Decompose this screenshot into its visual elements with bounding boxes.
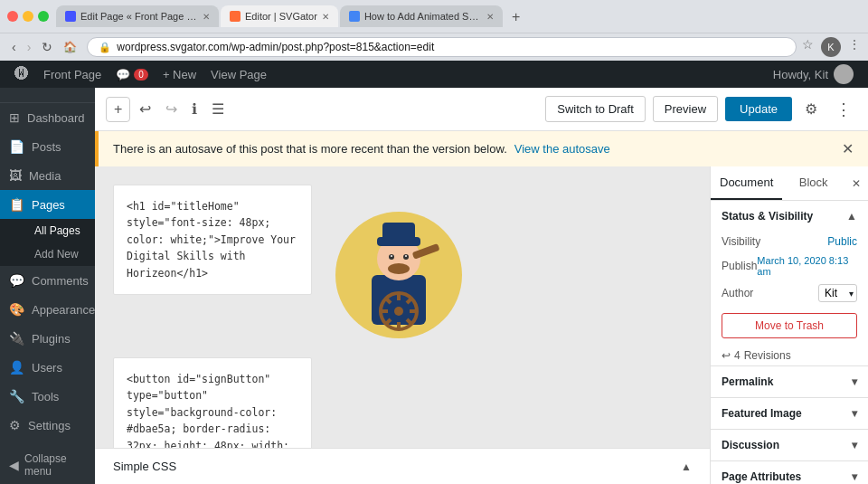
author-select[interactable]: Kit [818, 284, 857, 302]
author-row: Author Kit ▾ [711, 280, 868, 306]
appearance-icon: 🎨 [9, 302, 24, 317]
toolbar-view-page[interactable]: View Page [203, 61, 274, 88]
new-tab-button[interactable]: + [505, 7, 527, 27]
status-visibility-section: Status & Visibility ▲ Visibility Public … [711, 201, 868, 366]
tab2-label: Editor | SVGator [245, 11, 317, 22]
sidebar-item-appearance[interactable]: 🎨 Appearance [0, 295, 95, 324]
browser-chrome: Edit Page « Front Page — WordPr... ✕ Edi… [0, 0, 868, 33]
discussion-header[interactable]: Discussion ▾ [711, 430, 868, 460]
alert-bar: There is an autosave of this post that i… [95, 131, 868, 166]
browser-tab-3[interactable]: How to Add Animated SVG to W... ✕ [340, 5, 503, 27]
back-button[interactable]: ‹ [7, 38, 21, 56]
browser-dots [7, 11, 49, 22]
star-icon[interactable]: ☆ [802, 37, 814, 57]
tab-block[interactable]: Block [782, 166, 844, 200]
author-select-wrapper[interactable]: Kit ▾ [818, 284, 857, 302]
collapse-menu[interactable]: ◀ Collapse menu [0, 445, 95, 484]
publish-value[interactable]: March 10, 2020 8:13 am [757, 255, 857, 277]
wp-logo-item[interactable]: 🅦 [7, 61, 36, 88]
code-block-1-content: <h1 id="titleHome" style="font-size: 48p… [127, 200, 296, 280]
switch-to-draft-button[interactable]: Switch to Draft [545, 96, 646, 122]
permalink-header[interactable]: Permalink ▾ [711, 366, 868, 397]
sidebar-item-media[interactable]: 🖼 Media [0, 161, 95, 190]
undo-button[interactable]: ↩ [134, 97, 156, 121]
sidebar-add-new[interactable]: Add New [0, 242, 95, 266]
toolbar-new[interactable]: + New [156, 61, 203, 88]
alert-close-button[interactable]: ✕ [842, 140, 854, 157]
tab3-label: How to Add Animated SVG to W... [364, 11, 482, 22]
move-to-trash-button[interactable]: Move to Trash [722, 313, 857, 338]
tab-document[interactable]: Document [711, 166, 782, 200]
visibility-value[interactable]: Public [827, 235, 857, 248]
lock-icon: 🔒 [99, 42, 111, 53]
panel-close-button[interactable]: ✕ [844, 166, 868, 200]
browser-tabs: Edit Page « Front Page — WordPr... ✕ Edi… [56, 5, 861, 27]
sidebar-item-dashboard[interactable]: ⊞ Dashboard [0, 103, 95, 132]
plugins-label: Plugins [32, 332, 71, 346]
code-block-1[interactable]: <h1 id="titleHome" style="font-size: 48p… [113, 185, 312, 295]
discussion-section: Discussion ▾ [711, 430, 868, 461]
posts-label: Posts [32, 140, 61, 154]
tab-block-label: Block [799, 176, 828, 189]
simple-css-chevron: ▲ [681, 460, 692, 473]
settings-gear-button[interactable]: ⚙ [799, 97, 823, 121]
info-button[interactable]: ℹ [186, 97, 203, 121]
menu-icon[interactable]: ⋮ [848, 37, 861, 57]
toolbar-comments[interactable]: 💬 0 [108, 61, 156, 88]
editor-toolbar-left: + ↩ ↪ ℹ ☰ [106, 97, 230, 122]
sidebar-item-users[interactable]: 👤 Users [0, 353, 95, 382]
avatar-icon[interactable]: K [821, 37, 841, 57]
comments-icon: 💬 [116, 68, 130, 81]
update-button[interactable]: Update [725, 97, 792, 121]
revisions-row[interactable]: ↩ 4 Revisions [711, 346, 868, 365]
simple-css-section[interactable]: Simple CSS ▲ [95, 448, 710, 484]
media-label: Media [29, 169, 61, 183]
alert-link[interactable]: View the autosave [514, 142, 610, 156]
sidebar-item-settings[interactable]: ⚙ Settings [0, 411, 95, 440]
appearance-label: Appearance [32, 303, 95, 317]
sidebar-all-pages[interactable]: All Pages [0, 219, 95, 242]
sidebar-item-pages[interactable]: 📋 Pages [0, 190, 95, 219]
wp-logo-icon: 🅦 [14, 66, 29, 82]
list-view-button[interactable]: ☰ [206, 97, 230, 121]
reload-button[interactable]: ↻ [37, 38, 57, 56]
status-visibility-header[interactable]: Status & Visibility ▲ [711, 201, 868, 232]
featured-image-header[interactable]: Featured Image ▾ [711, 398, 868, 429]
wp-main-layout: ⊞ Dashboard 📄 Posts 🖼 Media 📋 Pages All … [0, 88, 868, 484]
sidebar-item-comments[interactable]: 💬 Comments [0, 266, 95, 295]
sidebar-item-plugins[interactable]: 🔌 Plugins [0, 324, 95, 353]
pages-label: Pages [32, 198, 65, 212]
page-attributes-section: Page Attributes ▾ [711, 461, 868, 484]
page-attributes-header[interactable]: Page Attributes ▾ [711, 461, 868, 484]
content-row: <h1 id="titleHome" style="font-size: 48p… [113, 185, 471, 343]
sidebar-item-posts[interactable]: 📄 Posts [0, 132, 95, 161]
howdy-text: Howdy, Kit [766, 64, 861, 84]
browser-tab-1[interactable]: Edit Page « Front Page — WordPr... ✕ [56, 5, 219, 27]
redo-button[interactable]: ↪ [160, 97, 183, 121]
permalink-title: Permalink [722, 375, 773, 388]
tab3-close[interactable]: ✕ [486, 12, 494, 22]
sidebar-item-tools[interactable]: 🔧 Tools [0, 382, 95, 411]
home-button[interactable]: 🏠 [59, 38, 81, 56]
browser-tab-2[interactable]: Editor | SVGator ✕ [221, 5, 338, 27]
toolbar-front-page[interactable]: Front Page [36, 61, 108, 88]
user-avatar[interactable] [834, 64, 854, 84]
add-block-toolbar-button[interactable]: + [106, 97, 130, 122]
publish-label: Publish [722, 260, 757, 272]
howdy-label: Howdy, Kit [773, 68, 828, 81]
more-options-button[interactable]: ⋮ [830, 96, 857, 123]
publish-row: Publish March 10, 2020 8:13 am [711, 251, 868, 280]
tab2-close[interactable]: ✕ [322, 12, 329, 22]
users-icon: 👤 [9, 360, 24, 375]
collapse-label: Collapse menu [24, 452, 86, 478]
forward-button[interactable]: › [23, 38, 36, 56]
preview-button[interactable]: Preview [653, 96, 718, 122]
revisions-label: Revisions [744, 349, 791, 362]
tab1-close[interactable]: ✕ [203, 12, 210, 22]
svg-point-19 [391, 255, 392, 257]
panel-tabs: Document Block ✕ [711, 166, 868, 201]
settings-label: Settings [28, 419, 71, 432]
address-bar[interactable]: 🔒 wordpress.svgator.com/wp-admin/post.ph… [87, 37, 797, 57]
discussion-title: Discussion [722, 439, 779, 451]
tools-icon: 🔧 [9, 389, 24, 403]
